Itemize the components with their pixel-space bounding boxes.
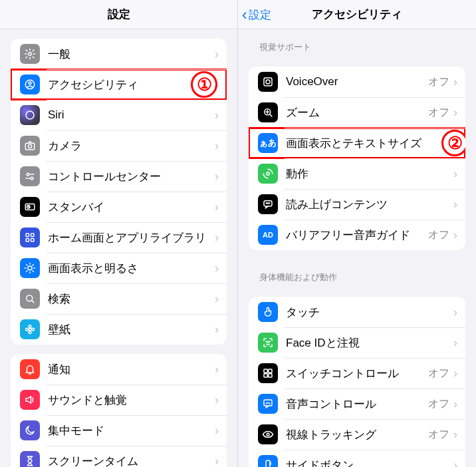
row-label: VoiceOver <box>286 75 428 88</box>
flower-icon <box>20 319 40 339</box>
row-label: タッチ <box>286 305 453 320</box>
callout-badge: ① <box>191 71 217 98</box>
chevron-right-icon: › <box>215 170 219 184</box>
svg-point-34 <box>269 203 270 204</box>
row-camera[interactable]: カメラ› <box>11 130 227 161</box>
row-screentime[interactable]: スクリーンタイム› <box>11 446 227 467</box>
svg-rect-15 <box>31 239 35 242</box>
motion-icon <box>258 164 278 184</box>
chevron-right-icon: › <box>453 228 457 242</box>
back-button[interactable]: ‹ 設定 <box>242 0 271 29</box>
row-motion[interactable]: 動作› <box>249 158 465 189</box>
row-label: サウンドと触覚 <box>48 392 215 408</box>
svg-point-25 <box>266 80 270 84</box>
chevron-right-icon: › <box>215 108 219 122</box>
vo-icon <box>258 72 278 92</box>
svg-rect-40 <box>264 374 267 377</box>
voice-icon <box>258 394 278 414</box>
chevron-right-icon: › <box>453 458 457 468</box>
svg-point-8 <box>31 177 33 180</box>
svg-point-0 <box>29 53 32 56</box>
chevron-right-icon: › <box>215 363 219 377</box>
row-value: オフ <box>428 367 449 381</box>
bubble-icon <box>258 194 278 214</box>
row-label: 画面表示と明るさ <box>48 261 215 276</box>
row-accessibility[interactable]: アクセシビリティ›① <box>11 69 227 100</box>
row-value: オフ <box>428 75 449 89</box>
aa-icon: ぁあ <box>258 133 278 153</box>
settings-pane: 設定 一般›アクセシビリティ›①Siri›カメラ›コントロールセンター›スタンバ… <box>0 0 238 467</box>
row-standby[interactable]: スタンバイ› <box>11 192 227 222</box>
row-label: 集中モード <box>48 423 215 438</box>
row-label: 検索 <box>48 291 215 307</box>
row-faceid[interactable]: Face IDと注視› <box>249 327 465 358</box>
row-search[interactable]: 検索› <box>11 283 227 314</box>
svg-point-21 <box>29 331 31 334</box>
svg-point-16 <box>28 266 32 270</box>
row-control-center[interactable]: コントロールセンター› <box>11 161 227 192</box>
ad-icon: AD <box>258 225 278 245</box>
row-side-btn[interactable]: サイドボタン› <box>249 450 465 467</box>
row-voiceover[interactable]: VoiceOverオフ› <box>249 67 465 97</box>
row-touch[interactable]: タッチ› <box>249 297 465 327</box>
row-label: 読み上げコンテンツ <box>286 197 453 212</box>
eye-icon <box>258 424 278 444</box>
chevron-right-icon: › <box>453 367 457 381</box>
svg-point-5 <box>28 144 31 148</box>
row-home-screen[interactable]: ホーム画面とアプリライブラリ› <box>11 222 227 253</box>
svg-point-30 <box>267 172 270 176</box>
switches-icon <box>20 166 40 186</box>
accessibility-title: アクセシビリティ <box>312 7 402 22</box>
row-label: サイドボタン <box>286 458 453 468</box>
settings-title: 設定 <box>108 7 130 22</box>
chevron-left-icon: ‹ <box>242 7 247 23</box>
chevron-right-icon: › <box>215 323 219 337</box>
row-sounds[interactable]: サウンドと触覚› <box>11 385 227 415</box>
row-notifications[interactable]: 通知› <box>11 354 227 385</box>
row-zoom[interactable]: ズームオフ› <box>249 97 465 128</box>
chevron-right-icon: › <box>215 200 219 214</box>
row-eye-track[interactable]: 視線トラッキングオフ› <box>249 419 465 450</box>
row-siri[interactable]: Siri› <box>11 100 227 130</box>
switch-ctrl-icon <box>258 363 278 383</box>
row-spoken[interactable]: 読み上げコンテンツ› <box>249 189 465 220</box>
chevron-right-icon: › <box>215 47 219 61</box>
row-label: スタンバイ <box>48 200 215 215</box>
settings-header: 設定 <box>0 0 237 29</box>
chevron-right-icon: › <box>215 231 219 245</box>
chevron-right-icon: › <box>453 106 457 120</box>
svg-line-27 <box>270 114 272 116</box>
row-voice-ctrl[interactable]: 音声コントロールオフ› <box>249 389 465 419</box>
chevron-right-icon: › <box>453 75 457 89</box>
svg-point-23 <box>32 328 35 331</box>
row-display-text[interactable]: ぁあ画面表示とテキストサイズ›② <box>249 128 465 158</box>
accessibility-pane: ‹ 設定 アクセシビリティ 視覚サポートVoiceOverオフ›ズームオフ›ぁあ… <box>238 0 476 467</box>
row-label: 壁紙 <box>48 322 215 337</box>
chevron-right-icon: › <box>453 305 457 319</box>
row-focus[interactable]: 集中モード› <box>11 415 227 446</box>
row-wallpaper[interactable]: 壁紙› <box>11 314 227 345</box>
grid-apps-icon <box>20 228 40 247</box>
svg-point-32 <box>266 203 267 204</box>
svg-rect-12 <box>26 234 29 237</box>
row-label: 一般 <box>48 47 215 62</box>
svg-rect-38 <box>264 369 267 373</box>
chevron-right-icon: › <box>215 261 219 275</box>
row-general[interactable]: 一般› <box>11 39 227 69</box>
row-label: Face IDと注視 <box>286 335 453 351</box>
row-value: オフ <box>428 428 449 442</box>
clock-card-icon <box>20 197 40 217</box>
chevron-right-icon: › <box>453 336 457 350</box>
chevron-right-icon: › <box>215 292 219 306</box>
bell-icon <box>20 359 40 379</box>
row-label: 画面表示とテキストサイズ <box>286 136 453 151</box>
row-audio-desc[interactable]: ADバリアフリー音声ガイドオフ› <box>249 220 465 250</box>
svg-point-3 <box>26 111 34 119</box>
svg-point-2 <box>29 82 31 84</box>
chevron-right-icon: › <box>215 454 219 468</box>
row-display[interactable]: 画面表示と明るさ› <box>11 253 227 283</box>
chevron-right-icon: › <box>453 167 457 181</box>
row-switch[interactable]: スイッチコントロールオフ› <box>249 358 465 389</box>
row-value: オフ <box>428 106 449 120</box>
section-header: 視覚サポート <box>238 29 476 57</box>
